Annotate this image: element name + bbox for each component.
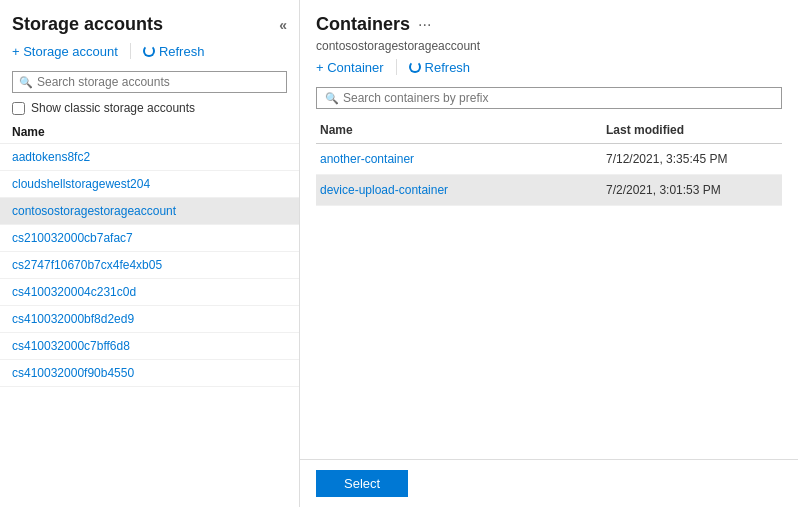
account-list-item[interactable]: contosostoragestorageaccount	[0, 198, 299, 225]
right-subtitle: contosostoragestorageaccount	[300, 39, 798, 59]
account-list-item[interactable]: cs210032000cb7afac7	[0, 225, 299, 252]
show-classic-checkbox[interactable]	[12, 102, 25, 115]
right-search-icon: 🔍	[325, 92, 339, 105]
more-options-icon[interactable]: ···	[418, 16, 431, 34]
left-col-header: Name	[0, 121, 299, 144]
right-header: Containers ···	[300, 0, 798, 39]
left-toolbar: + Storage account Refresh	[0, 43, 299, 67]
main-layout: Storage accounts « + Storage account Ref…	[0, 0, 798, 507]
right-refresh-button[interactable]: Refresh	[409, 60, 471, 75]
container-table-row[interactable]: device-upload-container7/2/2021, 3:01:53…	[316, 175, 782, 206]
right-header-left: Containers ···	[316, 14, 431, 35]
left-search-box: 🔍	[12, 71, 287, 93]
left-panel-title: Storage accounts	[12, 14, 163, 35]
container-name-cell: another-container	[316, 150, 602, 168]
right-refresh-icon	[409, 61, 421, 73]
right-footer: Select	[300, 459, 798, 507]
add-container-button[interactable]: + Container	[316, 60, 384, 75]
right-search-wrapper: 🔍	[300, 83, 798, 113]
show-classic-label[interactable]: Show classic storage accounts	[31, 101, 195, 115]
toolbar-divider	[130, 43, 131, 59]
container-rows: another-container7/12/2021, 3:35:45 PMde…	[316, 144, 782, 206]
account-list-item[interactable]: aadtokens8fc2	[0, 144, 299, 171]
account-list-item[interactable]: cs410032000f90b4550	[0, 360, 299, 387]
account-list-item[interactable]: cloudshellstoragewest204	[0, 171, 299, 198]
left-refresh-icon	[143, 45, 155, 57]
left-header: Storage accounts «	[0, 0, 299, 43]
right-toolbar: + Container Refresh	[300, 59, 798, 83]
col-header-modified: Last modified	[602, 121, 782, 139]
add-storage-account-button[interactable]: + Storage account	[12, 44, 118, 59]
classic-accounts-row: Show classic storage accounts	[0, 97, 299, 121]
select-button[interactable]: Select	[316, 470, 408, 497]
container-table-row[interactable]: another-container7/12/2021, 3:35:45 PM	[316, 144, 782, 175]
container-name-cell: device-upload-container	[316, 181, 602, 199]
left-refresh-button[interactable]: Refresh	[143, 44, 205, 59]
left-search-icon: 🔍	[19, 76, 33, 89]
container-modified-cell: 7/2/2021, 3:01:53 PM	[602, 181, 782, 199]
left-search-input[interactable]	[37, 75, 280, 89]
right-toolbar-divider	[396, 59, 397, 75]
container-table: Name Last modified another-container7/12…	[316, 117, 782, 459]
account-list: aadtokens8fc2cloudshellstoragewest204con…	[0, 144, 299, 507]
left-panel: Storage accounts « + Storage account Ref…	[0, 0, 300, 507]
right-panel: Containers ··· contosostoragestorageacco…	[300, 0, 798, 507]
right-search-box: 🔍	[316, 87, 782, 109]
right-search-input[interactable]	[343, 91, 773, 105]
collapse-button[interactable]: «	[279, 17, 287, 33]
left-search-wrapper: 🔍	[0, 67, 299, 97]
account-list-item[interactable]: cs410032000bf8d2ed9	[0, 306, 299, 333]
right-panel-title: Containers	[316, 14, 410, 35]
account-list-item[interactable]: cs2747f10670b7cx4fe4xb05	[0, 252, 299, 279]
table-header: Name Last modified	[316, 117, 782, 144]
container-modified-cell: 7/12/2021, 3:35:45 PM	[602, 150, 782, 168]
col-header-name: Name	[316, 121, 602, 139]
account-list-item[interactable]: cs410032000c7bff6d8	[0, 333, 299, 360]
account-list-item[interactable]: cs4100320004c231c0d	[0, 279, 299, 306]
